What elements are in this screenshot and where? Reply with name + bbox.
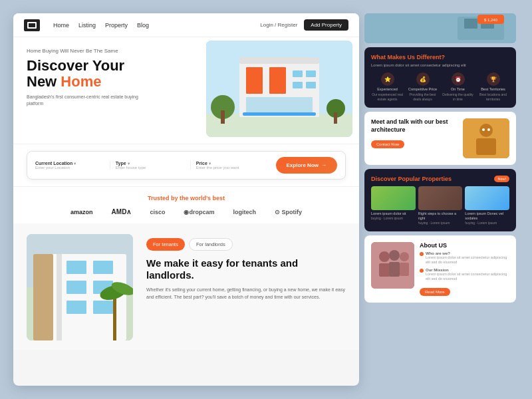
property-name-2: Right steps to choose a right — [418, 211, 463, 221]
tenants-section-desc: Whether it's selling your current home, … — [146, 287, 346, 301]
tabs-row: For tenants For landlords — [146, 238, 346, 251]
property-detail-3: buying · Lorem ipsum — [465, 221, 509, 225]
navbar: Home Listing Property Blog Login / Regis… — [13, 13, 359, 37]
trusted-title: Trusted by the world's best — [27, 195, 346, 201]
property-thumb-1[interactable]: Lorem ipsum dolor sit buying · Lorem ips… — [371, 186, 416, 225]
arch-title: Meet and talk with our best architecture — [371, 118, 458, 134]
property-name-3: Lorem ipsum Donec vel sodales — [465, 211, 509, 221]
new-badge: New! — [494, 176, 509, 182]
login-link[interactable]: Login / Register — [260, 22, 297, 28]
svg-rect-3 — [239, 57, 319, 64]
properties-grid: Lorem ipsum dolor sit buying · Lorem ips… — [371, 186, 509, 225]
hero-description: Bangladesh's first consumer-centric real… — [27, 94, 153, 107]
feature-label-experienced: Experienced — [377, 87, 398, 91]
price-field: Price Enter the price you want — [196, 161, 271, 170]
feature-label-price: Competitive Price — [408, 87, 437, 91]
arch-contact-button[interactable]: Contact Now — [371, 140, 404, 148]
popular-title-highlight: Properties — [422, 176, 452, 182]
nav-home[interactable]: Home — [53, 22, 69, 29]
type-field: Type Enter house type — [116, 161, 191, 170]
about-read-more-button[interactable]: Read More — [420, 288, 450, 296]
different-card: What Makes Us Different? Lorem ipsum dol… — [364, 47, 516, 108]
svg-rect-26 — [93, 301, 113, 314]
svg-rect-22 — [93, 261, 113, 274]
nav-listing[interactable]: Listing — [78, 22, 96, 29]
property-image-3 — [465, 186, 509, 210]
different-title: What Makes Us Different? — [371, 54, 509, 61]
bottom-section: For tenants For landlords We make it eas… — [13, 223, 359, 350]
property-thumb-2[interactable]: Right steps to choose a right buying · L… — [418, 186, 463, 225]
explore-button[interactable]: Explore Now — [276, 157, 337, 174]
svg-point-44 — [389, 250, 400, 261]
different-title-text: What Makes Us — [371, 54, 417, 61]
add-property-button[interactable]: Add Property — [304, 19, 348, 31]
different-desc: Lorem ipsum dolor sit amet consectetur a… — [371, 63, 509, 67]
main-panel: Home Listing Property Blog Login / Regis… — [13, 13, 359, 386]
feature-desc-experienced: Our experienced real estate agents — [371, 92, 404, 101]
location-label[interactable]: Current Location — [35, 161, 104, 166]
popular-header: Discover Popular Properties New! — [371, 176, 509, 182]
svg-point-42 — [379, 251, 390, 262]
popular-title: Discover Popular Properties — [371, 176, 452, 182]
trusted-section: Trusted by the world's best amazon AMD∧ … — [13, 186, 359, 223]
search-bar: Current Location Enter your Location Typ… — [13, 144, 359, 186]
svg-rect-14 — [334, 112, 337, 124]
property-detail-1: buying · Lorem ipsum — [371, 216, 416, 220]
popular-properties-card: Discover Popular Properties New! Lorem i… — [364, 169, 516, 231]
about-card: About US Who are we? Lorem ipsum dolor s… — [364, 235, 516, 303]
property-name-1: Lorem ipsum dolor sit — [371, 211, 416, 216]
about-who-item: Who are we? Lorem ipsum dolor sit amet c… — [420, 251, 509, 265]
time-icon: ⏰ — [452, 72, 465, 86]
about-mission-item: Our Mission Lorem ipsum dolor sit amet c… — [420, 268, 509, 281]
feature-desc-time: Delivering the quality in time — [442, 92, 474, 101]
about-mission-desc: Lorem ipsum dolor sit amet consectetur a… — [426, 272, 509, 281]
right-panel: $ 1,240 What Makes Us Different? Lorem i… — [364, 13, 516, 386]
different-highlight: Different? — [417, 54, 446, 61]
svg-point-39 — [482, 128, 485, 131]
svg-text:$ 1,240: $ 1,240 — [484, 18, 498, 22]
about-dot-2 — [420, 269, 424, 273]
tab-for-tenants[interactable]: For tenants — [146, 238, 185, 251]
spotify-logo: ⊙ Spotify — [275, 209, 302, 215]
svg-rect-9 — [306, 82, 316, 88]
amazon-logo: amazon — [70, 209, 93, 215]
feature-desc-territories: Best locations and territories — [477, 92, 509, 101]
hero-section: Home Buying Will Never Be The Same Disco… — [13, 37, 359, 144]
trusted-highlight: world's best — [190, 195, 225, 201]
tenants-landlords-section: For tenants For landlords We make it eas… — [146, 234, 346, 339]
location-field: Current Location Enter your Location — [35, 161, 110, 170]
nav-links: Home Listing Property Blog — [53, 22, 247, 29]
svg-rect-5 — [269, 67, 286, 94]
svg-rect-27 — [113, 294, 116, 340]
svg-rect-15 — [243, 112, 316, 116]
experienced-icon: ⭐ — [381, 72, 394, 86]
svg-rect-32 — [464, 19, 477, 29]
nav-property[interactable]: Property — [105, 22, 128, 29]
feature-territories: 🏆 Best Territories Best locations and te… — [477, 72, 509, 101]
svg-rect-21 — [66, 261, 86, 274]
type-sub: Enter house type — [116, 166, 185, 170]
logo[interactable] — [24, 19, 40, 31]
search-fields-container: Current Location Enter your Location Typ… — [27, 151, 346, 180]
svg-rect-12 — [221, 110, 225, 124]
svg-rect-6 — [293, 70, 303, 77]
nav-blog[interactable]: Blog — [137, 22, 149, 29]
svg-rect-45 — [389, 262, 400, 277]
tab-for-landlords[interactable]: For landlords — [189, 238, 233, 251]
logitech-logo: logitech — [233, 209, 256, 215]
about-dot-1 — [420, 252, 424, 256]
type-label[interactable]: Type — [116, 161, 185, 166]
popular-title-text: Discover Popular — [371, 176, 422, 182]
hero-title-highlight: Home — [61, 73, 101, 90]
price-label[interactable]: Price — [196, 161, 265, 166]
svg-rect-4 — [246, 67, 263, 94]
nav-right: Login / Register Add Property — [260, 19, 348, 31]
svg-rect-25 — [66, 301, 86, 314]
about-text: About US Who are we? Lorem ipsum dolor s… — [420, 242, 509, 296]
property-thumb-3[interactable]: Lorem ipsum Donec vel sodales buying · L… — [465, 186, 509, 225]
feature-price: 💰 Competitive Price Providing the best d… — [406, 72, 439, 101]
property-image-2 — [418, 186, 463, 210]
svg-point-40 — [487, 128, 490, 131]
about-title: About US — [420, 242, 509, 249]
feature-label-territories: Best Territories — [481, 87, 505, 91]
